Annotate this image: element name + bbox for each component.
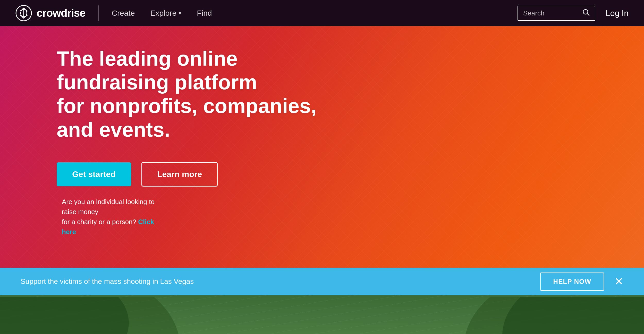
banner-close-button[interactable]: ✕: [614, 276, 623, 287]
hero-headline: The leading online fundraising platformf…: [57, 47, 340, 142]
hero-side-text: Are you an individual looking to raise m…: [62, 197, 170, 237]
nav-links: Create Explore ▾ Find: [112, 9, 212, 17]
search-input[interactable]: [523, 9, 580, 17]
explore-label: Explore: [150, 9, 176, 17]
svg-point-37: [502, 297, 644, 334]
nav-right: Log In: [518, 6, 629, 21]
nav-item-create[interactable]: Create: [112, 9, 135, 17]
nav-item-explore[interactable]: Explore ▾: [150, 9, 181, 17]
nav-divider: [98, 5, 99, 21]
nav-link-find[interactable]: Find: [197, 9, 212, 17]
search-icon: [582, 9, 590, 16]
login-link[interactable]: Log In: [606, 8, 629, 18]
svg-point-36: [0, 297, 129, 334]
photo-background: [0, 295, 644, 334]
nav-link-create[interactable]: Create: [112, 9, 135, 17]
get-started-button[interactable]: Get started: [57, 162, 131, 186]
banner-right: HELP NOW ✕: [540, 273, 623, 291]
hero-content: The leading online fundraising platformf…: [57, 47, 340, 237]
hero-section: The leading online fundraising platformf…: [0, 26, 644, 268]
logo-link[interactable]: crowdrise: [15, 5, 85, 21]
learn-more-button[interactable]: Learn more: [141, 162, 218, 187]
explore-chevron-icon: ▾: [179, 10, 181, 16]
photo-section: [0, 295, 644, 334]
nav-link-explore[interactable]: Explore ▾: [150, 9, 181, 17]
logo-text: crowdrise: [37, 7, 85, 19]
help-now-button[interactable]: HELP NOW: [540, 273, 604, 291]
nav-item-find[interactable]: Find: [197, 9, 212, 17]
banner-text: Support the victims of the mass shooting…: [21, 277, 194, 286]
people-scene: [0, 297, 644, 334]
search-button[interactable]: [582, 9, 590, 18]
search-box[interactable]: [518, 6, 595, 21]
navbar: crowdrise Create Explore ▾ Find Log: [0, 0, 644, 26]
svg-line-3: [587, 14, 589, 15]
notification-banner: Support the victims of the mass shooting…: [0, 268, 644, 295]
hero-buttons: Get started Learn more Are you an indivi…: [57, 162, 340, 237]
crowdrise-logo-icon: [15, 5, 32, 21]
